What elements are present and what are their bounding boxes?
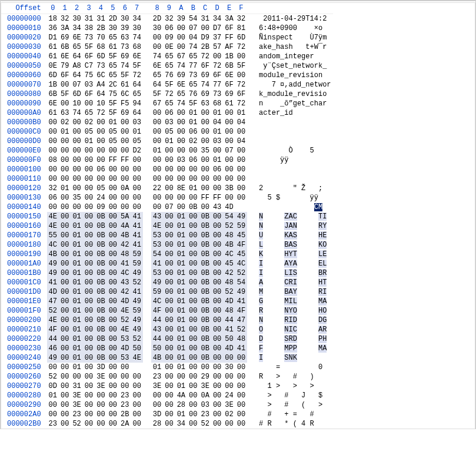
hex-cell[interactable]: 01 (71, 240, 82, 250)
hex-cell[interactable]: 00 (163, 174, 175, 184)
hex-cell[interactable]: 32 (59, 14, 71, 24)
hex-cell[interactable]: 0B (95, 278, 106, 287)
hex-cell[interactable]: 07 (187, 24, 199, 33)
hex-cell[interactable]: 06 (47, 193, 59, 203)
hex-cell[interactable]: 59 (235, 221, 247, 231)
hex-cell[interactable]: 00 (59, 137, 71, 146)
hex-cell[interactable]: 41 (235, 297, 247, 306)
hex-cell[interactable]: 0B (199, 316, 211, 325)
hex-cell[interactable]: 00 (131, 391, 142, 400)
hex-cell[interactable]: 00 (163, 259, 175, 268)
hex-cell[interactable]: 61 (107, 42, 119, 52)
hex-cell[interactable]: 4C (47, 240, 59, 250)
hex-cell[interactable]: 44 (151, 316, 163, 325)
hex-cell[interactable]: 69 (199, 89, 211, 99)
hex-cell[interactable]: 2C (107, 80, 119, 89)
hex-cell[interactable]: 00 (59, 400, 71, 410)
hex-cell[interactable]: 54 (235, 278, 247, 287)
hex-cell[interactable]: 00 (83, 287, 95, 297)
hex-cell[interactable]: 45 (223, 259, 235, 268)
hex-cell[interactable]: 03 (163, 118, 175, 127)
hex-cell[interactable]: 5F (107, 99, 119, 108)
ascii-cell[interactable] (255, 137, 332, 146)
ascii-cell[interactable]: D SRD PH (255, 334, 332, 344)
hex-cell[interactable]: 49 (131, 268, 142, 278)
hex-cell[interactable]: 65 (131, 89, 142, 99)
hex-cell[interactable]: 00 (131, 203, 142, 212)
hex-cell[interactable]: 69 (223, 89, 235, 99)
hex-cell[interactable]: 32 (235, 14, 247, 24)
hex-cell[interactable]: 00 (163, 212, 175, 221)
hex-cell[interactable]: 01 (175, 250, 187, 259)
hex-cell[interactable]: 53 (151, 240, 163, 250)
hex-cell[interactable]: 00 (107, 391, 119, 400)
hex-cell[interactable]: 00 (235, 52, 247, 61)
ascii-cell[interactable]: 7 ¤,add_networ (255, 80, 332, 89)
hex-cell[interactable]: 4E (151, 221, 163, 231)
hex-cell[interactable]: 01 (107, 118, 119, 127)
hex-cell[interactable]: 01 (175, 325, 187, 334)
hex-cell[interactable]: 00 (223, 174, 235, 184)
ascii-cell[interactable]: Ñinspect Ù7ÿm (255, 33, 332, 42)
hex-cell[interactable]: 00 (187, 221, 199, 231)
hex-cell[interactable]: 74 (119, 61, 131, 71)
hex-cell[interactable]: 00 (107, 306, 119, 316)
offset-cell[interactable]: 00000220 (1, 334, 47, 344)
hex-cell[interactable]: 00 (83, 268, 95, 278)
hex-cell[interactable]: 00 (211, 259, 223, 268)
hex-cell[interactable]: 49 (131, 325, 142, 334)
hex-cell[interactable]: 00 (199, 108, 211, 118)
hex-cell[interactable]: 00 (59, 410, 71, 419)
hex-cell[interactable]: 68 (131, 42, 142, 52)
hex-cell[interactable]: 00 (107, 325, 119, 334)
hex-cell[interactable]: 00 (83, 381, 95, 391)
hex-cell[interactable]: 02 (223, 410, 235, 419)
hex-cell[interactable]: 00 (211, 250, 223, 259)
hex-cell[interactable]: 00 (95, 146, 106, 155)
ascii-cell[interactable]: I AYA EL (255, 259, 332, 268)
hex-cell[interactable]: 6D (235, 33, 247, 42)
hex-cell[interactable]: 65 (187, 80, 199, 89)
hex-cell[interactable]: 65 (163, 61, 175, 71)
hex-cell[interactable]: 00 (71, 137, 82, 146)
hex-cell[interactable]: 81 (235, 24, 247, 33)
hex-cell[interactable]: 00 (71, 203, 82, 212)
hex-cell[interactable]: 00 (151, 118, 163, 127)
hex-row[interactable]: 000000F00800000000FFFF000000030600010000… (1, 155, 333, 165)
hex-cell[interactable]: 4D (119, 344, 131, 353)
hex-cell[interactable]: 00 (107, 344, 119, 353)
hex-cell[interactable]: 00 (47, 118, 59, 127)
hex-cell[interactable]: 00 (107, 174, 119, 184)
offset-cell[interactable]: 00000120 (1, 184, 47, 193)
hex-cell[interactable]: 43 (151, 325, 163, 334)
hex-cell[interactable]: 42 (223, 268, 235, 278)
hex-cell[interactable]: 4D (47, 287, 59, 297)
hex-cell[interactable]: 00 (211, 212, 223, 221)
hex-cell[interactable]: 00 (47, 203, 59, 212)
hex-cell[interactable]: 00 (235, 419, 247, 429)
offset-cell[interactable]: 000002A0 (1, 410, 47, 419)
hex-cell[interactable]: 07 (163, 203, 175, 212)
hex-cell[interactable]: 01 (71, 268, 82, 278)
hex-cell[interactable]: 00 (175, 203, 187, 212)
hex-cell[interactable]: 00 (47, 400, 59, 410)
hex-row[interactable]: 00000170550001000B004B41530001000B004845… (1, 231, 333, 240)
hex-cell[interactable]: 01 (175, 221, 187, 231)
hex-cell[interactable]: 00 (187, 287, 199, 297)
hex-cell[interactable]: 00 (211, 353, 223, 363)
hex-cell[interactable]: 00 (223, 165, 235, 174)
hex-row[interactable]: 000002A00000230000002B003D00010023000200… (1, 410, 333, 419)
hex-cell[interactable]: 0B (95, 297, 106, 306)
hex-cell[interactable]: 00 (83, 184, 95, 193)
hex-cell[interactable]: 69 (119, 52, 131, 61)
hex-cell[interactable]: 00 (59, 193, 71, 203)
hex-cell[interactable]: 00 (83, 363, 95, 372)
hex-cell[interactable]: 00 (163, 221, 175, 231)
offset-cell[interactable]: 000000F0 (1, 155, 47, 165)
hex-row[interactable]: 0000000018323031312D30342D32395431343A32… (1, 14, 333, 24)
hex-cell[interactable]: 6B (59, 42, 71, 52)
hex-cell[interactable]: 00 (211, 221, 223, 231)
hex-cell[interactable]: 00 (175, 174, 187, 184)
hex-cell[interactable]: 00 (59, 297, 71, 306)
hex-cell[interactable]: 24 (223, 391, 235, 400)
